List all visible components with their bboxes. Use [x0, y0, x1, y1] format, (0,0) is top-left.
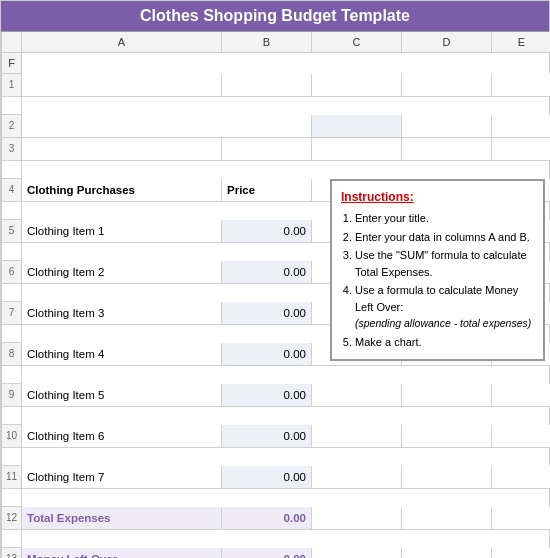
instruction-5: Make a chart. [355, 334, 534, 351]
price-header: Price [222, 179, 312, 202]
item-6-price[interactable]: 0.00 [222, 425, 312, 448]
item-1-price[interactable]: 0.00 [222, 220, 312, 243]
instruction-3: Use the "SUM" formula to calculate Total… [355, 247, 534, 280]
item-2[interactable]: Clothing Item 2 [22, 261, 222, 284]
col-header-e: E [492, 32, 550, 53]
money-left-value[interactable]: 0.00 [222, 548, 312, 558]
row-1: 1 [1, 74, 549, 115]
item-4-price[interactable]: 0.00 [222, 343, 312, 366]
col-header-c: C [312, 32, 402, 53]
row-12: 12 Total Expenses 0.00 [1, 507, 549, 548]
total-expenses-value[interactable]: 0.00 [222, 507, 312, 530]
spending-value[interactable] [312, 115, 402, 138]
row-2: 2 [1, 115, 549, 138]
item-2-price[interactable]: 0.00 [222, 261, 312, 284]
instruction-1: Enter your title. [355, 210, 534, 227]
item-5-price[interactable]: 0.00 [222, 384, 312, 407]
item-3[interactable]: Clothing Item 3 [22, 302, 222, 325]
item-7[interactable]: Clothing Item 7 [22, 466, 222, 489]
item-7-price[interactable]: 0.00 [222, 466, 312, 489]
content-area: 4 Clothing Purchases Price 5 Clothing It… [1, 179, 549, 558]
col-header-f: F [2, 53, 22, 74]
col-header-a: A [22, 32, 222, 53]
item-1[interactable]: Clothing Item 1 [22, 220, 222, 243]
money-left-label: Money Left Over [22, 548, 222, 558]
row-9: 9 Clothing Item 5 0.00 [1, 384, 549, 425]
instruction-4-italic: (spending allowance - total expenses) [355, 317, 531, 329]
col-header-row [2, 32, 22, 53]
row-3: 3 [1, 138, 549, 179]
instruction-4: Use a formula to calculate Money Left Ov… [355, 282, 534, 332]
purchases-header: Clothing Purchases [22, 179, 222, 202]
spending-label[interactable] [22, 115, 312, 138]
instruction-2: Enter your data in columns A and B. [355, 229, 534, 246]
spreadsheet: Clothes Shopping Budget Template A B C D… [0, 0, 550, 558]
item-6[interactable]: Clothing Item 6 [22, 425, 222, 448]
row-13: 13 Money Left Over 0.00 [1, 548, 549, 558]
row-10: 10 Clothing Item 6 0.00 [1, 425, 549, 466]
col-header-d: D [402, 32, 492, 53]
item-4[interactable]: Clothing Item 4 [22, 343, 222, 366]
instructions-title: Instructions: [341, 188, 534, 206]
item-5[interactable]: Clothing Item 5 [22, 384, 222, 407]
col-header-b: B [222, 32, 312, 53]
spreadsheet-title: Clothes Shopping Budget Template [1, 1, 549, 32]
total-expenses-label: Total Expenses [22, 507, 222, 530]
instructions-list: Enter your title. Enter your data in col… [341, 210, 534, 350]
item-3-price[interactable]: 0.00 [222, 302, 312, 325]
col-headers: A B C D E F [1, 32, 549, 74]
instructions-box: Instructions: Enter your title. Enter yo… [330, 179, 545, 361]
row-11: 11 Clothing Item 7 0.00 [1, 466, 549, 507]
